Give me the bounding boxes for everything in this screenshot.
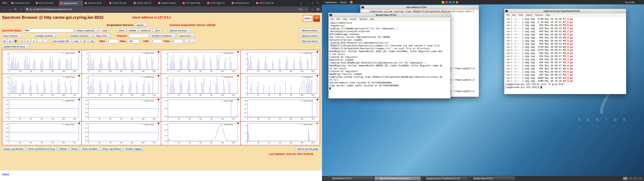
browser-tab-gsi-white-rabb[interactable]: MGSI White Rabb [181,0,206,6]
maximize-button[interactable]: □ [471,6,474,9]
zoom-level-indicator[interactable]: 90% [298,8,304,11]
update-button[interactable]: Update [127,28,138,32]
browser-tab-experiment-cont[interactable]: MExperiment Cont [10,0,34,6]
menu-terminal[interactable]: Terminal [534,14,544,16]
menu-help[interactable]: Help [368,18,375,20]
ymax-input[interactable] [171,39,183,43]
select-spectrum-dropdown[interactable]: Select a spectrum▾ [75,28,99,32]
tray-icon-2[interactable] [445,1,448,4]
show-log-window-button[interactable]: Show Log Window [100,147,123,151]
zero-button[interactable]: Zero [153,28,162,32]
multi-button[interactable]: multi [100,28,109,32]
downloads-button[interactable]: ↓ [310,7,314,12]
minimize-button[interactable]: ─ [468,6,470,9]
browser-tab-temperature-an[interactable]: MTemperature an [230,0,254,6]
all-button[interactable]: all [82,39,88,43]
close-button[interactable]: ✕ [622,10,625,12]
analysis-functions-dropdown[interactable]: Analysis functions▾ [69,34,93,38]
new-button[interactable]: new [72,39,80,43]
menu-help[interactable]: Help [544,14,551,16]
spectrum-plot-aida13-rate[interactable]: 020406080100120-1.0-0.50.00.51.0aida13 R… [2,121,82,145]
forward-button[interactable]: → [8,7,12,12]
browser-tab-statistics-car[interactable]: MStatistics @ car [83,0,108,6]
tape-titlebar[interactable]: npg@carme-gsi:/TapeData/G22-201 ─ □ ✕ [504,9,626,13]
minimize-button[interactable]: ─ [615,10,618,12]
home-button[interactable]: ⌂ [19,7,24,12]
panel-clock[interactable]: Tue 18:36 [624,1,634,4]
acquisition-server-select[interactable]: aida16▾ [135,23,148,27]
send-log-window-to-elog-button[interactable]: Send Log Window to ELog [26,147,57,151]
reload-button[interactable]: ↻ [13,7,18,12]
browser-tab-asic-control[interactable]: MASIC Control @ [254,0,279,6]
firefox-launcher-icon[interactable] [350,1,353,4]
spectrum-plot-aida14-rate[interactable]: 020406080100120-1.0-0.50.00.51.0aida14 R… [82,121,161,145]
show-button[interactable]: Show [117,28,126,32]
info-button-1[interactable]: ℹ [26,39,30,43]
taskbar-item-aida-midas-httpd[interactable]: AIDA MIDAS HTTPd [327,176,374,181]
show-variables-button[interactable]: Show Variables [80,147,100,151]
tray-icon-5[interactable] [456,1,458,4]
close-button[interactable]: ✕ [475,6,478,9]
menu-terminal[interactable]: Terminal [358,18,368,20]
workspace-cell-4[interactable] [638,177,643,180]
tray-icon-1[interactable] [442,1,444,4]
minimize-button[interactable]: ─ [439,14,442,16]
ymin-input[interactable] [150,39,162,43]
menu-view[interactable]: View [342,18,348,20]
enable-logging-button[interactable]: Enable Logging [124,147,144,151]
workspace-cell-2[interactable] [628,177,632,180]
spectrum-plot-aida06-rate[interactable]: 0204060801001200246aida06 Rate [82,74,161,98]
reload-button[interactable]: Reload [58,147,68,151]
browser-tab-spectrum-brow[interactable]: MSpectrum Brow [59,0,83,6]
url-bar[interactable]: localhost:8015/Spectrum/Spectrum.tml 90%… [24,7,309,12]
tab-overflow-chevron[interactable]: » [299,0,303,6]
number-of-galleries-dropdown[interactable]: Number of Galleries▾ [150,34,176,38]
browser-tab-run-control-c[interactable]: MRun Control @ c [34,0,59,6]
menu-file[interactable]: File [505,14,511,16]
update-rate-dropdown[interactable]: Update Rate (8 secs)▾ [2,44,29,48]
spectrum-plot-aida16-rate[interactable]: 020406080100120024aida16 Rate [240,121,320,145]
back-button[interactable]: ← [2,7,6,12]
auto-update-button[interactable]: Auto Update ON [51,39,71,43]
spectrum-name-input[interactable] [23,28,74,32]
terminal-content[interactable]: -rw-r--r--. 1 npg npg 374M May 29 18:30 … [504,17,626,94]
spectrum-plot-aida08-rate[interactable]: 0204060801001200246aida08 Rate [240,74,320,98]
view-functions-dropdown[interactable]: View functions▾ [2,34,22,38]
xmin-input[interactable] [106,39,118,43]
scale-down-button[interactable]: ↓ [190,39,195,43]
close-button[interactable]: ✕ [316,2,320,4]
spectrum-plot-aida01-rate[interactable]: 0204060801001200246aida01 Rate [2,50,82,74]
layout-id-dropdown[interactable]: Layout ID=1▾ [178,34,196,38]
home-link[interactable]: Home [2,172,9,176]
arrange-functions-dropdown[interactable]: Arrange functions▾ [34,34,58,38]
browser-tab-control-carm[interactable]: MControl @ carm [108,0,132,6]
menu-search[interactable]: Search [524,14,534,16]
taskbar-item-spectrum-browser-carme-gsi[interactable]: Spectrum Browser @ carme-gsi ... [374,176,421,181]
spectrum-plot-aida10-rate[interactable]: 020406080100120-1.0-0.50.00.51.0aida10 R… [82,98,161,121]
spectrum-plot-aida02-rate[interactable]: 0204060801001200246aida02 Rate [82,50,161,74]
spectrum-plot-aida05-rate[interactable]: 0204060801001200246aida05 Rate [2,74,82,98]
spectrum-plot-aida03-rate[interactable]: 0204060801001200123aida03 Rate [161,50,240,74]
log-button[interactable]: log [89,39,96,43]
palette-button[interactable] [14,39,18,43]
next-button[interactable]: → [43,39,48,43]
maximize-button[interactable]: □ [442,14,446,16]
empty-log-window-button[interactable]: Empty Log Window [2,147,25,151]
what-are-these-button[interactable]: What are these? [300,34,320,38]
reset-button[interactable]: Reset [70,147,79,151]
what-are-these-button[interactable]: What are these? [300,39,320,43]
spectrum-plot-aida12-rate[interactable]: 0204060801001200.00.51.01.52.0aida12 Rat… [240,98,320,121]
workspace-cell-3[interactable] [633,177,638,180]
menu-edit[interactable]: Edit [335,18,341,20]
menu-edit[interactable]: Edit [511,14,517,16]
spectrum-plot-aida15-rate[interactable]: 0204060801001200.02.55.07.5aida15 Rate [161,121,240,145]
bookmark-star-icon[interactable]: ☆ [305,8,307,11]
browser-tab-system-wide-ch[interactable]: MSystem wide Ch [132,0,157,6]
menu-view[interactable]: View [518,14,524,16]
previous-button[interactable]: ← [37,39,42,43]
tags-fits-dropdown[interactable]: Tags & Fits▾ [94,34,111,38]
spectrum-plot-aida11-rate[interactable]: 0204060801001200.00.51.0aida11 Rate [161,98,240,121]
places-menu[interactable]: Places [338,1,348,4]
menu-file[interactable]: File [329,18,335,20]
info-button-2[interactable]: ℹ [31,39,36,43]
